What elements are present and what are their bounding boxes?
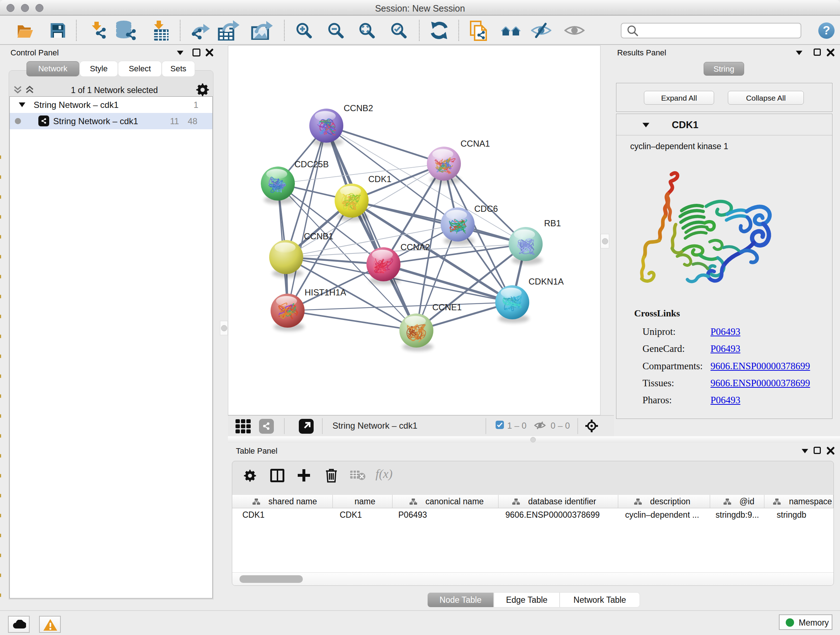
svg-text:CCNB2: CCNB2	[344, 103, 373, 113]
svg-text:CDK1: CDK1	[368, 174, 392, 184]
svg-text:CCNA2: CCNA2	[401, 242, 430, 252]
svg-text:CDC6: CDC6	[474, 204, 498, 214]
svg-text:CCNE1: CCNE1	[432, 302, 462, 312]
svg-text:CDKN1A: CDKN1A	[529, 277, 564, 287]
svg-text:CCNA1: CCNA1	[461, 139, 490, 149]
svg-text:CCNB1: CCNB1	[304, 231, 333, 241]
svg-text:RB1: RB1	[544, 218, 561, 228]
svg-text:HIST1H1A: HIST1H1A	[305, 287, 346, 297]
svg-text:CDC25B: CDC25B	[294, 159, 329, 169]
